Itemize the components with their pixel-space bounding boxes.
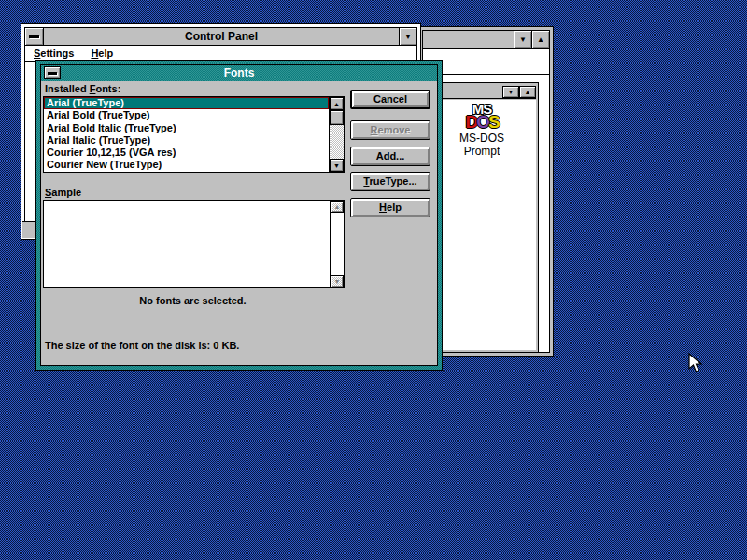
font-list-item[interactable]: Courier 10,12,15 (VGA res) [44, 147, 329, 159]
system-menu-icon [48, 72, 57, 75]
fonts-dialog[interactable]: Fonts Installed Fonts: Arial (TrueType) … [35, 60, 443, 371]
disk-size-text: The size of the font on the disk is: 0 K… [45, 340, 239, 351]
no-fonts-selected-message: No fonts are selected. [41, 295, 345, 306]
scroll-down-icon: ▼ [334, 278, 341, 285]
resize-corner[interactable] [22, 221, 35, 238]
font-list-item[interactable]: Arial Bold Italic (TrueType) [44, 122, 329, 134]
up-triangle-icon: ▲ [525, 89, 531, 95]
window-title: Control Panel [44, 28, 399, 45]
program-manager-titlebar[interactable]: ▼ ▲ [423, 31, 549, 49]
msdos-prompt-program-item[interactable]: MS DOS MS-DOS Prompt [428, 102, 536, 158]
program-group-body: MS DOS MS-DOS Prompt [428, 100, 536, 350]
msdos-icon[interactable]: MS DOS [465, 102, 498, 131]
minimize-button[interactable]: ▼ [514, 31, 531, 48]
remove-button[interactable]: Remove [350, 120, 430, 140]
installed-fonts-listbox[interactable]: Arial (TrueType) Arial Bold (TrueType) A… [43, 96, 345, 173]
msdos-icon-dos-text: DOS [465, 113, 498, 131]
down-triangle-icon: ▼ [508, 89, 514, 95]
menu-settings[interactable]: Settings [25, 48, 82, 59]
fonts-dialog-titlebar[interactable]: Fonts [41, 65, 437, 81]
cancel-button[interactable]: Cancel [350, 90, 430, 109]
minimize-button[interactable]: ▼ [399, 28, 416, 45]
system-menu-icon [29, 35, 39, 38]
scroll-down-button[interactable]: ▼ [331, 275, 344, 287]
truetype-button[interactable]: TrueType... [350, 172, 430, 191]
scroll-up-button[interactable]: ▲ [330, 97, 344, 110]
dialog-title: Fonts [41, 65, 437, 81]
scroll-down-button[interactable]: ▼ [330, 159, 344, 172]
down-triangle-icon: ▼ [404, 33, 412, 41]
installed-fonts-label: Installed Fonts: [45, 83, 120, 94]
font-list-item[interactable]: Arial Italic (TrueType) [44, 134, 329, 147]
menu-help[interactable]: Help [82, 48, 121, 59]
font-list-item[interactable]: Courier New (TrueType) [44, 159, 329, 171]
fonts-list-scrollbar[interactable]: ▲ ▼ [329, 97, 344, 172]
maximize-button[interactable]: ▲ [519, 86, 536, 98]
font-list-item[interactable]: Arial (TrueType) [44, 97, 329, 109]
scroll-up-icon: ▲ [333, 101, 340, 107]
up-triangle-icon: ▲ [537, 35, 544, 44]
maximize-button[interactable]: ▲ [531, 31, 549, 48]
sample-scrollbar[interactable]: ▲ ▼ [330, 201, 344, 287]
scroll-up-button[interactable]: ▲ [331, 201, 344, 213]
sample-label: Sample [45, 187, 81, 198]
scrollbar-thumb[interactable] [330, 110, 344, 125]
msdos-prompt-label: MS-DOS Prompt [459, 132, 504, 158]
program-group-titlebar[interactable]: ▼ ▲ [428, 85, 536, 99]
add-button[interactable]: Add... [350, 147, 430, 166]
scroll-down-icon: ▼ [333, 162, 340, 169]
mouse-cursor [688, 353, 707, 378]
system-menu-button[interactable] [44, 66, 61, 79]
help-button[interactable]: Help [350, 198, 430, 217]
system-menu-button[interactable] [25, 28, 44, 45]
sample-preview-box: ▲ ▼ [43, 200, 345, 288]
down-triangle-icon: ▼ [519, 35, 527, 44]
scroll-up-icon: ▲ [334, 203, 341, 210]
control-panel-titlebar[interactable]: Control Panel ▼ [25, 28, 416, 46]
font-list-item[interactable]: Arial Bold (TrueType) [44, 109, 329, 121]
minimize-button[interactable]: ▼ [502, 86, 519, 98]
